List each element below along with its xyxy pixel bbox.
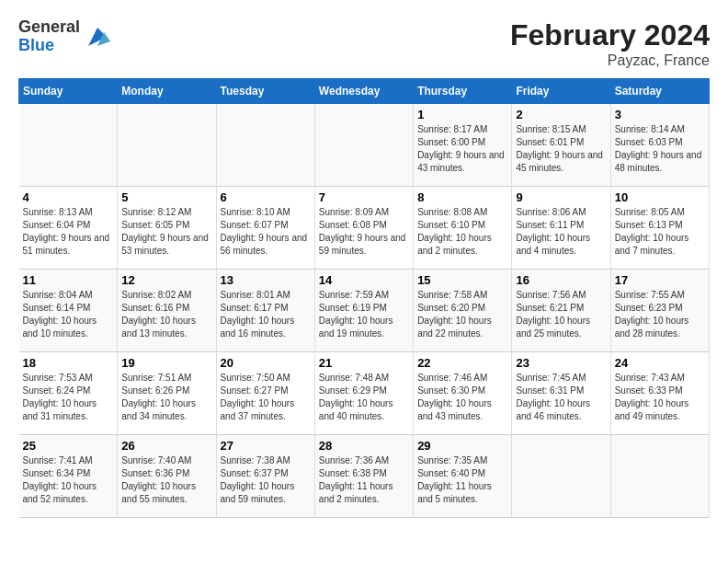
day-info: Sunrise: 7:41 AM Sunset: 6:34 PM Dayligh… [23,454,114,506]
day-info: Sunrise: 8:02 AM Sunset: 6:16 PM Dayligh… [121,289,211,340]
day-number: 26 [121,439,211,453]
week-row-2: 4Sunrise: 8:13 AM Sunset: 6:04 PM Daylig… [19,187,710,270]
day-info: Sunrise: 7:55 AM Sunset: 6:23 PM Dayligh… [615,289,705,340]
day-header-wednesday: Wednesday [314,79,413,104]
day-number: 25 [23,439,114,453]
day-number: 15 [417,273,507,287]
day-info: Sunrise: 8:08 AM Sunset: 6:10 PM Dayligh… [417,206,507,258]
day-info: Sunrise: 7:46 AM Sunset: 6:30 PM Dayligh… [417,372,507,423]
day-number: 3 [615,108,705,121]
day-info: Sunrise: 8:10 AM Sunset: 6:07 PM Dayligh… [221,206,311,258]
day-info: Sunrise: 8:13 AM Sunset: 6:04 PM Dayligh… [23,206,114,258]
calendar-cell: 15Sunrise: 7:58 AM Sunset: 6:20 PM Dayli… [414,270,512,352]
calendar-title: February 2024 [510,18,710,52]
day-number: 9 [516,190,606,204]
calendar-cell: 3Sunrise: 8:14 AM Sunset: 6:03 PM Daylig… [610,104,709,187]
calendar-cell: 25Sunrise: 7:41 AM Sunset: 6:34 PM Dayli… [19,435,118,518]
day-number: 6 [221,190,311,204]
day-header-saturday: Saturday [610,79,709,104]
day-info: Sunrise: 8:12 AM Sunset: 6:05 PM Dayligh… [121,206,211,258]
day-number: 10 [615,190,705,204]
week-row-3: 11Sunrise: 8:04 AM Sunset: 6:14 PM Dayli… [19,270,710,352]
day-info: Sunrise: 7:38 AM Sunset: 6:37 PM Dayligh… [221,454,311,506]
calendar-cell [216,104,314,187]
week-row-4: 18Sunrise: 7:53 AM Sunset: 6:24 PM Dayli… [19,352,710,435]
day-number: 4 [23,190,114,204]
logo-icon [84,23,111,51]
calendar-cell: 1Sunrise: 8:17 AM Sunset: 6:00 PM Daylig… [414,104,512,187]
calendar-cell: 23Sunrise: 7:45 AM Sunset: 6:31 PM Dayli… [512,352,610,435]
day-number: 27 [221,439,311,453]
calendar-cell [610,435,709,518]
day-number: 28 [319,439,409,453]
day-info: Sunrise: 8:14 AM Sunset: 6:03 PM Dayligh… [615,123,705,175]
day-number: 23 [516,356,606,370]
day-info: Sunrise: 7:56 AM Sunset: 6:21 PM Dayligh… [516,289,606,340]
calendar-cell: 29Sunrise: 7:35 AM Sunset: 6:40 PM Dayli… [414,435,512,518]
calendar-cell: 6Sunrise: 8:10 AM Sunset: 6:07 PM Daylig… [216,187,314,270]
page-header: General Blue February 2024 Payzac, Franc… [18,18,710,69]
day-header-sunday: Sunday [19,79,118,104]
day-number: 21 [319,356,409,370]
calendar-cell [512,435,610,518]
calendar-cell: 13Sunrise: 8:01 AM Sunset: 6:17 PM Dayli… [216,270,314,352]
calendar-cell: 4Sunrise: 8:13 AM Sunset: 6:04 PM Daylig… [19,187,118,270]
logo-text: General Blue [18,18,80,55]
calendar-cell: 11Sunrise: 8:04 AM Sunset: 6:14 PM Dayli… [19,270,118,352]
calendar-cell: 19Sunrise: 7:51 AM Sunset: 6:26 PM Dayli… [118,352,216,435]
day-info: Sunrise: 7:53 AM Sunset: 6:24 PM Dayligh… [23,372,114,423]
calendar-cell: 28Sunrise: 7:36 AM Sunset: 6:38 PM Dayli… [314,435,413,518]
day-number: 19 [121,356,211,370]
day-number: 5 [121,190,211,204]
day-info: Sunrise: 8:06 AM Sunset: 6:11 PM Dayligh… [516,206,606,258]
day-header-monday: Monday [118,79,216,104]
calendar-table: SundayMondayTuesdayWednesdayThursdayFrid… [18,78,710,518]
day-number: 18 [23,356,114,370]
calendar-cell: 18Sunrise: 7:53 AM Sunset: 6:24 PM Dayli… [19,352,118,435]
day-info: Sunrise: 7:51 AM Sunset: 6:26 PM Dayligh… [121,372,211,423]
day-number: 8 [417,190,507,204]
calendar-cell: 24Sunrise: 7:43 AM Sunset: 6:33 PM Dayli… [610,352,709,435]
calendar-cell: 14Sunrise: 7:59 AM Sunset: 6:19 PM Dayli… [314,270,413,352]
day-header-thursday: Thursday [414,79,512,104]
calendar-cell: 16Sunrise: 7:56 AM Sunset: 6:21 PM Dayli… [512,270,610,352]
logo-blue: Blue [18,37,80,55]
day-number: 7 [319,190,409,204]
week-row-1: 1Sunrise: 8:17 AM Sunset: 6:00 PM Daylig… [19,104,710,187]
day-info: Sunrise: 7:35 AM Sunset: 6:40 PM Dayligh… [417,454,507,506]
day-number: 13 [221,273,311,287]
calendar-cell: 27Sunrise: 7:38 AM Sunset: 6:37 PM Dayli… [216,435,314,518]
day-number: 1 [417,108,507,121]
title-block: February 2024 Payzac, France [510,18,710,69]
calendar-cell: 5Sunrise: 8:12 AM Sunset: 6:05 PM Daylig… [118,187,216,270]
day-info: Sunrise: 7:45 AM Sunset: 6:31 PM Dayligh… [516,372,606,423]
day-info: Sunrise: 8:17 AM Sunset: 6:00 PM Dayligh… [417,123,507,175]
day-info: Sunrise: 7:40 AM Sunset: 6:36 PM Dayligh… [121,454,211,506]
calendar-cell [19,104,118,187]
day-number: 17 [615,273,705,287]
calendar-subtitle: Payzac, France [510,52,710,69]
calendar-cell: 2Sunrise: 8:15 AM Sunset: 6:01 PM Daylig… [512,104,610,187]
day-number: 20 [221,356,311,370]
day-header-tuesday: Tuesday [216,79,314,104]
day-info: Sunrise: 8:01 AM Sunset: 6:17 PM Dayligh… [221,289,311,340]
day-info: Sunrise: 7:36 AM Sunset: 6:38 PM Dayligh… [319,454,409,506]
calendar-cell: 8Sunrise: 8:08 AM Sunset: 6:10 PM Daylig… [414,187,512,270]
calendar-cell: 9Sunrise: 8:06 AM Sunset: 6:11 PM Daylig… [512,187,610,270]
day-number: 24 [615,356,705,370]
day-number: 2 [516,108,606,121]
day-info: Sunrise: 7:48 AM Sunset: 6:29 PM Dayligh… [319,372,409,423]
header-row: SundayMondayTuesdayWednesdayThursdayFrid… [19,79,710,104]
day-number: 14 [319,273,409,287]
calendar-cell: 12Sunrise: 8:02 AM Sunset: 6:16 PM Dayli… [118,270,216,352]
calendar-cell: 10Sunrise: 8:05 AM Sunset: 6:13 PM Dayli… [610,187,709,270]
day-number: 22 [417,356,507,370]
day-info: Sunrise: 8:04 AM Sunset: 6:14 PM Dayligh… [23,289,114,340]
day-info: Sunrise: 8:09 AM Sunset: 6:08 PM Dayligh… [319,206,409,258]
calendar-cell: 21Sunrise: 7:48 AM Sunset: 6:29 PM Dayli… [314,352,413,435]
day-info: Sunrise: 7:43 AM Sunset: 6:33 PM Dayligh… [615,372,705,423]
day-number: 16 [516,273,606,287]
calendar-cell: 17Sunrise: 7:55 AM Sunset: 6:23 PM Dayli… [610,270,709,352]
day-number: 29 [417,439,507,453]
day-info: Sunrise: 7:59 AM Sunset: 6:19 PM Dayligh… [319,289,409,340]
